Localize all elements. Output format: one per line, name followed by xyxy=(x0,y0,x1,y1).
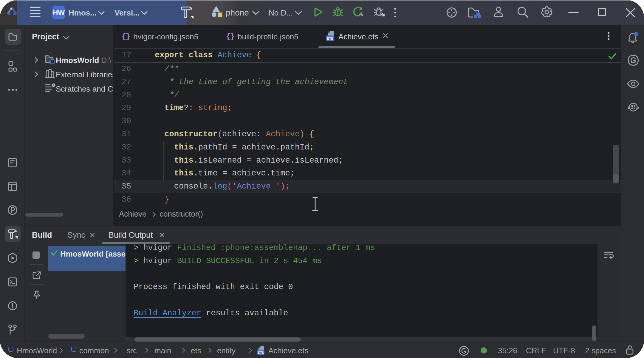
svg-text:ETS: ETS xyxy=(258,351,264,354)
svg-text:ETS: ETS xyxy=(327,37,333,40)
